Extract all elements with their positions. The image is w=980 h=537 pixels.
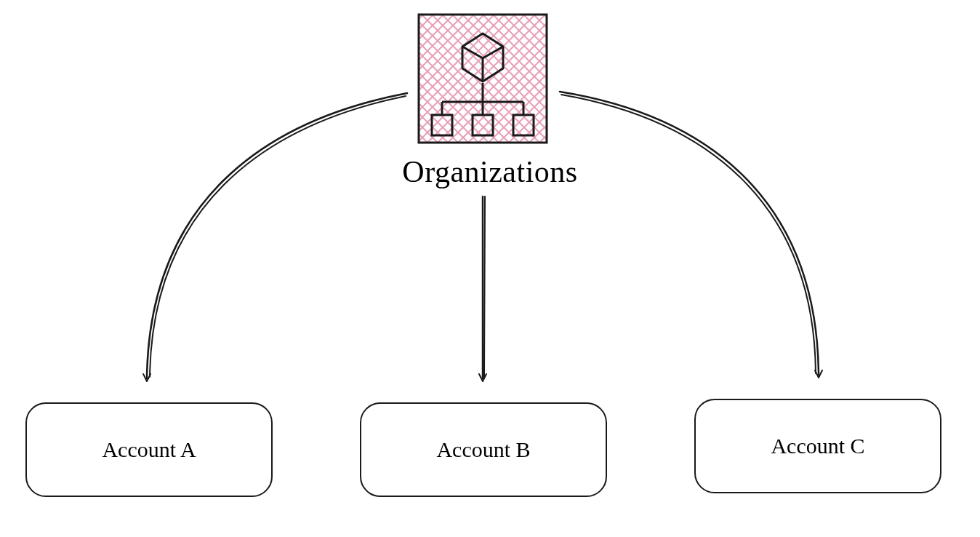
account-a-label: Account A — [102, 437, 196, 462]
organizations-icon — [419, 15, 547, 143]
arrow-to-account-b — [483, 196, 485, 378]
organizations-label: Organizations — [0, 154, 980, 189]
account-c-label: Account C — [771, 434, 864, 458]
arrow-to-account-a — [147, 93, 407, 378]
account-b-label: Account B — [436, 437, 530, 462]
svg-rect-6 — [432, 115, 452, 135]
diagram-canvas: Organizations Account A Account B Accoun… — [0, 0, 980, 537]
svg-rect-8 — [513, 115, 534, 135]
account-box-c: Account C — [694, 399, 941, 493]
arrow-to-account-c — [560, 92, 819, 375]
svg-rect-7 — [473, 115, 493, 135]
account-box-a: Account A — [25, 402, 273, 497]
svg-rect-0 — [419, 15, 547, 143]
account-box-b: Account B — [360, 402, 607, 497]
